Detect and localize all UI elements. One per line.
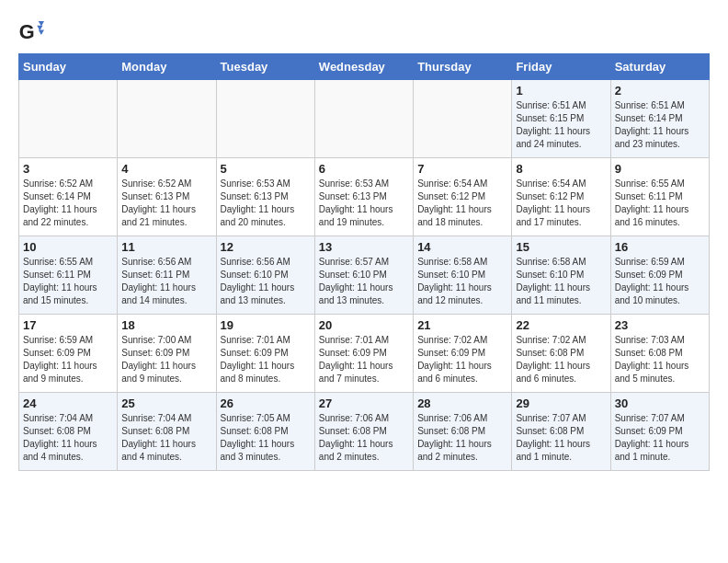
calendar-cell: 3Sunrise: 6:52 AM Sunset: 6:14 PM Daylig…	[19, 158, 118, 236]
day-info: Sunrise: 7:04 AM Sunset: 6:08 PM Dayligh…	[121, 412, 211, 464]
calendar-cell: 12Sunrise: 6:56 AM Sunset: 6:10 PM Dayli…	[216, 236, 314, 315]
day-info: Sunrise: 7:02 AM Sunset: 6:09 PM Dayligh…	[417, 334, 507, 385]
day-number: 30	[615, 396, 705, 410]
day-number: 28	[417, 396, 507, 410]
calendar-cell: 1Sunrise: 6:51 AM Sunset: 6:15 PM Daylig…	[512, 80, 610, 158]
page-header: G	[18, 18, 710, 44]
calendar-cell: 26Sunrise: 7:05 AM Sunset: 6:08 PM Dayli…	[216, 393, 314, 471]
logo: G	[18, 18, 48, 44]
weekday-header-sunday: Sunday	[19, 54, 118, 80]
day-info: Sunrise: 6:58 AM Sunset: 6:10 PM Dayligh…	[516, 256, 606, 307]
calendar-cell: 25Sunrise: 7:04 AM Sunset: 6:08 PM Dayli…	[118, 393, 216, 471]
svg-marker-1	[39, 21, 44, 26]
day-info: Sunrise: 6:53 AM Sunset: 6:13 PM Dayligh…	[319, 178, 409, 229]
calendar-cell: 8Sunrise: 6:54 AM Sunset: 6:12 PM Daylig…	[512, 158, 610, 236]
weekday-header-saturday: Saturday	[610, 54, 709, 80]
day-number: 16	[615, 240, 705, 254]
calendar-cell: 16Sunrise: 6:59 AM Sunset: 6:09 PM Dayli…	[610, 236, 709, 315]
day-number: 9	[615, 162, 705, 176]
day-number: 6	[319, 162, 409, 176]
day-number: 11	[121, 240, 211, 254]
day-number: 22	[516, 318, 606, 332]
calendar-cell: 30Sunrise: 7:07 AM Sunset: 6:09 PM Dayli…	[610, 393, 709, 471]
calendar-cell: 6Sunrise: 6:53 AM Sunset: 6:13 PM Daylig…	[314, 158, 413, 236]
day-number: 2	[615, 84, 705, 98]
day-info: Sunrise: 7:02 AM Sunset: 6:08 PM Dayligh…	[516, 334, 606, 385]
calendar-cell: 27Sunrise: 7:06 AM Sunset: 6:08 PM Dayli…	[314, 393, 413, 471]
calendar-cell: 18Sunrise: 7:00 AM Sunset: 6:09 PM Dayli…	[118, 315, 216, 393]
day-info: Sunrise: 6:58 AM Sunset: 6:10 PM Dayligh…	[417, 256, 507, 307]
calendar-cell: 5Sunrise: 6:53 AM Sunset: 6:13 PM Daylig…	[216, 158, 314, 236]
day-info: Sunrise: 6:59 AM Sunset: 6:09 PM Dayligh…	[615, 256, 705, 307]
calendar-cell	[314, 80, 413, 158]
day-number: 17	[23, 318, 113, 332]
calendar-cell: 29Sunrise: 7:07 AM Sunset: 6:08 PM Dayli…	[512, 393, 610, 471]
calendar-week-5: 24Sunrise: 7:04 AM Sunset: 6:08 PM Dayli…	[19, 393, 710, 471]
calendar-cell	[118, 80, 216, 158]
day-number: 5	[221, 162, 311, 176]
day-number: 19	[221, 318, 311, 332]
weekday-header-thursday: Thursday	[414, 54, 512, 80]
calendar-cell: 10Sunrise: 6:55 AM Sunset: 6:11 PM Dayli…	[19, 236, 118, 315]
day-number: 18	[121, 318, 211, 332]
day-number: 29	[516, 396, 606, 410]
calendar-cell	[414, 80, 512, 158]
day-number: 25	[121, 396, 211, 410]
calendar-cell: 9Sunrise: 6:55 AM Sunset: 6:11 PM Daylig…	[610, 158, 709, 236]
day-info: Sunrise: 7:01 AM Sunset: 6:09 PM Dayligh…	[319, 334, 409, 385]
day-info: Sunrise: 6:55 AM Sunset: 6:11 PM Dayligh…	[23, 256, 113, 307]
day-info: Sunrise: 6:54 AM Sunset: 6:12 PM Dayligh…	[516, 178, 606, 229]
weekday-header-monday: Monday	[118, 54, 216, 80]
day-info: Sunrise: 7:06 AM Sunset: 6:08 PM Dayligh…	[417, 412, 507, 464]
day-info: Sunrise: 6:52 AM Sunset: 6:13 PM Dayligh…	[121, 178, 211, 229]
svg-marker-3	[39, 29, 44, 34]
weekday-header-wednesday: Wednesday	[314, 54, 413, 80]
calendar-week-4: 17Sunrise: 6:59 AM Sunset: 6:09 PM Dayli…	[19, 315, 710, 393]
day-info: Sunrise: 6:53 AM Sunset: 6:13 PM Dayligh…	[221, 178, 311, 229]
day-number: 20	[319, 318, 409, 332]
day-number: 12	[221, 240, 311, 254]
calendar-header-row: SundayMondayTuesdayWednesdayThursdayFrid…	[19, 54, 710, 80]
day-number: 21	[417, 318, 507, 332]
calendar-cell	[19, 80, 118, 158]
calendar-cell: 19Sunrise: 7:01 AM Sunset: 6:09 PM Dayli…	[216, 315, 314, 393]
calendar-cell: 14Sunrise: 6:58 AM Sunset: 6:10 PM Dayli…	[414, 236, 512, 315]
weekday-header-tuesday: Tuesday	[216, 54, 314, 80]
day-number: 7	[417, 162, 507, 176]
day-info: Sunrise: 7:03 AM Sunset: 6:08 PM Dayligh…	[615, 334, 705, 385]
calendar-week-3: 10Sunrise: 6:55 AM Sunset: 6:11 PM Dayli…	[19, 236, 710, 315]
calendar-cell: 7Sunrise: 6:54 AM Sunset: 6:12 PM Daylig…	[414, 158, 512, 236]
svg-marker-2	[37, 26, 42, 30]
calendar-cell	[216, 80, 314, 158]
day-info: Sunrise: 7:07 AM Sunset: 6:09 PM Dayligh…	[615, 412, 705, 464]
day-info: Sunrise: 6:55 AM Sunset: 6:11 PM Dayligh…	[615, 178, 705, 229]
calendar-cell: 11Sunrise: 6:56 AM Sunset: 6:11 PM Dayli…	[118, 236, 216, 315]
calendar-week-1: 1Sunrise: 6:51 AM Sunset: 6:15 PM Daylig…	[19, 80, 710, 158]
day-info: Sunrise: 6:59 AM Sunset: 6:09 PM Dayligh…	[23, 334, 113, 385]
calendar-cell: 2Sunrise: 6:51 AM Sunset: 6:14 PM Daylig…	[610, 80, 709, 158]
day-number: 24	[23, 396, 113, 410]
calendar-cell: 22Sunrise: 7:02 AM Sunset: 6:08 PM Dayli…	[512, 315, 610, 393]
day-info: Sunrise: 6:56 AM Sunset: 6:10 PM Dayligh…	[221, 256, 311, 307]
day-info: Sunrise: 6:51 AM Sunset: 6:15 PM Dayligh…	[516, 99, 606, 151]
day-number: 26	[221, 396, 311, 410]
day-number: 14	[417, 240, 507, 254]
day-info: Sunrise: 7:01 AM Sunset: 6:09 PM Dayligh…	[221, 334, 311, 385]
calendar-cell: 20Sunrise: 7:01 AM Sunset: 6:09 PM Dayli…	[314, 315, 413, 393]
day-info: Sunrise: 7:04 AM Sunset: 6:08 PM Dayligh…	[23, 412, 113, 464]
calendar-cell: 23Sunrise: 7:03 AM Sunset: 6:08 PM Dayli…	[610, 315, 709, 393]
logo-icon: G	[18, 18, 44, 44]
day-number: 1	[516, 84, 606, 98]
day-info: Sunrise: 7:06 AM Sunset: 6:08 PM Dayligh…	[319, 412, 409, 464]
calendar-cell: 24Sunrise: 7:04 AM Sunset: 6:08 PM Dayli…	[19, 393, 118, 471]
day-info: Sunrise: 7:07 AM Sunset: 6:08 PM Dayligh…	[516, 412, 606, 464]
day-number: 27	[319, 396, 409, 410]
weekday-header-friday: Friday	[512, 54, 610, 80]
svg-text:G: G	[19, 20, 35, 43]
calendar-cell: 21Sunrise: 7:02 AM Sunset: 6:09 PM Dayli…	[414, 315, 512, 393]
day-info: Sunrise: 6:51 AM Sunset: 6:14 PM Dayligh…	[615, 99, 705, 151]
calendar-cell: 28Sunrise: 7:06 AM Sunset: 6:08 PM Dayli…	[414, 393, 512, 471]
day-number: 4	[121, 162, 211, 176]
day-number: 23	[615, 318, 705, 332]
calendar-cell: 15Sunrise: 6:58 AM Sunset: 6:10 PM Dayli…	[512, 236, 610, 315]
